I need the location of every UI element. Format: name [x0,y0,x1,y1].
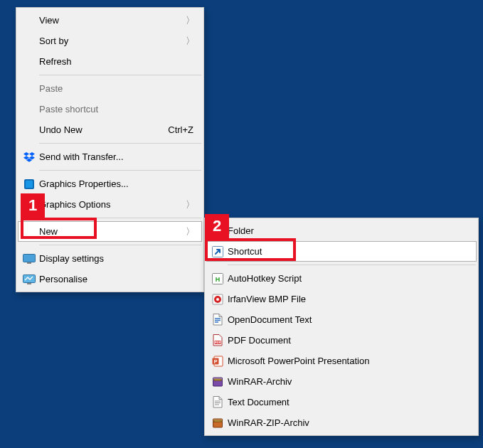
menu-item-new-pdf[interactable]: PDF PDF Document [206,330,477,351]
menu-item-label: Microsoft PowerPoint Presentation [228,356,471,366]
chevron-right-icon: 〉 [184,225,196,238]
menu-item-shortcut: Ctrl+Z [168,124,196,135]
svg-rect-10 [27,262,31,264]
menu-item-graphics-properties[interactable]: Graphics Properties... [18,174,202,194]
menu-item-label: OpenDocument Text [228,314,471,325]
context-menu-desktop: View 〉 Sort by 〉 Refresh Paste Paste sho… [16,7,204,292]
context-menu-new: Folder Shortcut H AutoHotkey Script Irfa… [204,218,479,436]
callout-badge-2: 2 [205,214,229,238]
menu-item-new-opendocument-text[interactable]: OpenDocument Text [206,309,477,330]
menu-separator [39,245,201,245]
menu-item-new-shortcut[interactable]: Shortcut [206,241,477,262]
menu-item-new-winrar-archiv[interactable]: WinRAR-Archiv [206,371,477,392]
menu-item-label: WinRAR-ZIP-Archiv [228,417,471,428]
menu-item-label: PDF Document [228,335,471,346]
menu-item-label: Shortcut [228,246,471,257]
dropbox-icon [19,150,39,164]
menu-item-new-irfanview-bmp[interactable]: IrfanView BMP File [206,289,477,309]
blank-icon [19,82,39,96]
menu-item-new-winrar-zip-archiv[interactable]: WinRAR-ZIP-Archiv [206,412,477,433]
menu-item-undo-new[interactable]: Undo New Ctrl+Z [18,119,202,140]
chevron-right-icon: 〉 [184,35,196,48]
menu-item-sort-by[interactable]: Sort by 〉 [18,31,202,51]
menu-separator [39,75,201,75]
svg-text:H: H [216,276,221,283]
menu-item-label: Display settings [39,253,196,264]
menu-item-label: View [39,15,184,26]
shortcut-icon [208,245,228,259]
menu-item-new-powerpoint[interactable]: P Microsoft PowerPoint Presentation [206,351,477,371]
blank-icon [19,34,39,48]
chevron-right-icon: 〉 [184,14,196,27]
menu-item-label: Undo New [39,124,168,135]
menu-item-label: Personalise [39,274,196,284]
menu-item-label: Send with Transfer... [39,151,196,162]
menu-item-personalise[interactable]: Personalise [18,269,202,289]
menu-separator [228,265,476,265]
menu-item-label: Sort by [39,36,184,46]
winrar-zip-icon [208,416,228,430]
svg-marker-0 [23,152,29,156]
powerpoint-icon: P [208,354,228,368]
callout-badge-1: 1 [21,193,45,218]
autohotkey-icon: H [208,272,228,286]
menu-item-send-with-transfer[interactable]: Send with Transfer... [18,146,202,167]
menu-item-label: Folder [228,225,471,236]
menu-item-label: Paste [39,83,196,94]
menu-item-label: Refresh [39,56,196,67]
pdf-icon: PDF [208,334,228,348]
menu-separator [39,143,201,144]
svg-text:P: P [214,358,218,363]
blank-icon [19,14,39,28]
svg-rect-9 [23,254,36,262]
svg-marker-1 [29,152,35,156]
chevron-right-icon: 〉 [184,198,196,211]
menu-item-display-settings[interactable]: Display settings [18,248,202,269]
svg-text:PDF: PDF [215,341,221,344]
winrar-icon [208,375,228,389]
menu-item-label: Graphics Options [39,199,184,210]
menu-item-label: Graphics Properties... [39,178,196,189]
menu-item-new-folder[interactable]: Folder [206,220,477,241]
blank-icon [19,123,39,137]
svg-rect-29 [214,420,221,422]
menu-item-label: Text Document [228,397,471,407]
svg-rect-12 [27,283,31,284]
menu-item-new[interactable]: New 〉 [18,221,202,242]
menu-item-new-text-document[interactable]: Text Document [206,392,477,412]
blank-icon [19,102,39,117]
menu-item-view[interactable]: View 〉 [18,10,202,31]
menu-item-label: IrfanView BMP File [228,294,471,304]
menu-item-label: WinRAR-Archiv [228,376,471,387]
text-document-icon [208,395,228,410]
menu-item-new-autohotkey[interactable]: H AutoHotkey Script [206,268,477,289]
menu-item-refresh[interactable]: Refresh [18,51,202,72]
menu-item-label: New [39,226,184,237]
menu-item-paste-shortcut: Paste shortcut [18,99,202,119]
irfanview-icon [208,292,228,306]
menu-separator [39,218,201,218]
document-text-icon [208,313,228,327]
menu-item-label: Paste shortcut [39,104,196,114]
svg-rect-6 [26,181,33,188]
svg-point-18 [216,298,219,301]
intel-graphics-icon [19,177,39,191]
menu-item-label: AutoHotkey Script [228,273,471,284]
menu-item-graphics-options[interactable]: Graphics Options 〉 [18,194,202,215]
personalise-icon [19,272,39,287]
svg-rect-26 [214,379,221,380]
menu-item-paste: Paste [18,78,202,99]
monitor-icon [19,252,39,266]
blank-icon [19,225,39,239]
menu-separator [39,170,201,171]
blank-icon [19,55,39,69]
